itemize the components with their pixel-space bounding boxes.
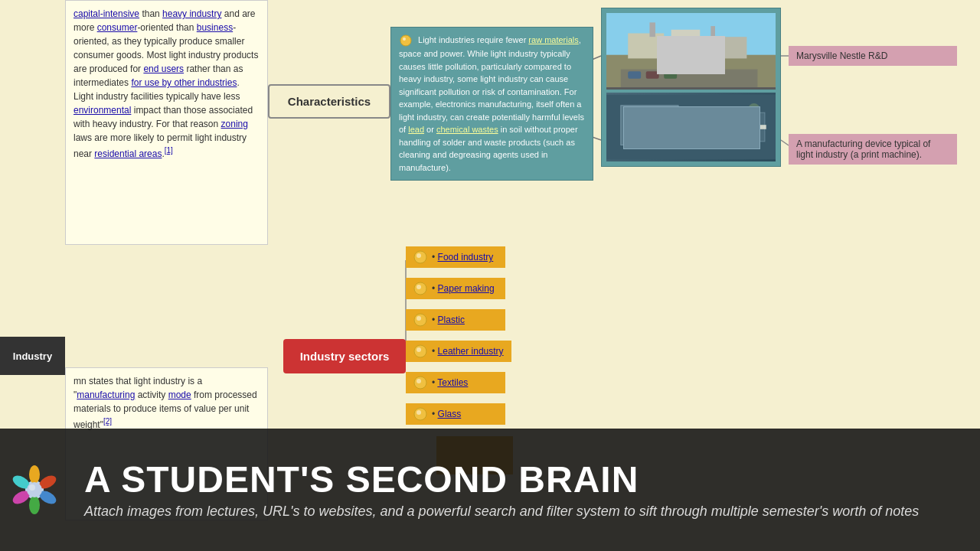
svg-point-59 bbox=[29, 496, 40, 514]
sector-dot-glass bbox=[413, 407, 427, 421]
svg-rect-32 bbox=[685, 112, 764, 142]
svg-rect-22 bbox=[710, 26, 715, 39]
sector-dot-textiles bbox=[413, 376, 427, 390]
sidebar-tab[interactable]: Industry bbox=[0, 337, 65, 375]
left-text-panel: capital-intensive than heavy industry an… bbox=[65, 0, 268, 245]
teal-box-bullet-icon bbox=[399, 34, 413, 47]
svg-point-62 bbox=[27, 482, 42, 497]
svg-point-35 bbox=[734, 119, 752, 136]
svg-point-33 bbox=[691, 119, 709, 136]
svg-rect-31 bbox=[625, 109, 675, 130]
svg-rect-25 bbox=[621, 70, 758, 88]
logo-icon bbox=[8, 463, 61, 517]
bottom-overlay: A STUDENT'S SECOND BRAIN Attach images f… bbox=[0, 429, 980, 551]
sector-plastic-label: • Plastic bbox=[432, 315, 465, 325]
textiles-link[interactable]: Textiles bbox=[437, 377, 468, 388]
sector-leather-label: • Leather industry bbox=[432, 346, 504, 357]
svg-point-39 bbox=[642, 111, 646, 116]
raw-materials-link[interactable]: raw materials bbox=[528, 35, 578, 44]
industry-sectors-node[interactable]: Industry sectors bbox=[283, 339, 406, 373]
leather-industry-link[interactable]: Leather industry bbox=[438, 346, 504, 357]
svg-rect-37 bbox=[628, 110, 671, 116]
image-panel: NESTLE bbox=[601, 8, 781, 167]
manufacturing-link[interactable]: manufacturing bbox=[77, 390, 135, 400]
consumer-link[interactable]: consumer bbox=[97, 22, 138, 33]
sidebar-tab-label: Industry bbox=[13, 350, 52, 362]
business-link[interactable]: business bbox=[197, 22, 233, 33]
characteristics-label: Characteristics bbox=[288, 95, 371, 108]
svg-rect-28 bbox=[664, 71, 677, 78]
svg-rect-26 bbox=[628, 71, 641, 78]
environmental-link[interactable]: environmental bbox=[74, 105, 131, 116]
overlay-text-area: A STUDENT'S SECOND BRAIN Attach images f… bbox=[84, 460, 919, 520]
svg-rect-19 bbox=[671, 30, 701, 59]
svg-point-52 bbox=[416, 379, 421, 383]
sector-leather[interactable]: • Leather industry bbox=[406, 341, 511, 362]
sector-textiles[interactable]: • Textiles bbox=[406, 372, 505, 393]
footnote-2-link[interactable]: [2] bbox=[103, 417, 112, 425]
svg-line-5 bbox=[781, 140, 789, 145]
sector-dot-plastic bbox=[413, 313, 427, 327]
end-users-link[interactable]: end users bbox=[143, 64, 184, 74]
machine-label: A manufacturing device typical of light … bbox=[789, 134, 957, 165]
industry-sectors-label: Industry sectors bbox=[300, 350, 390, 363]
svg-rect-42 bbox=[750, 116, 758, 131]
for-use-link[interactable]: for use by other industries bbox=[131, 77, 237, 88]
footnote-1-link[interactable]: [1] bbox=[165, 146, 173, 155]
food-industry-link[interactable]: Food industry bbox=[438, 252, 494, 262]
sector-textiles-label: • Textiles bbox=[432, 377, 468, 388]
sector-food-industry[interactable]: • Food industry bbox=[406, 246, 505, 268]
sector-paper-making[interactable]: • Paper making bbox=[406, 278, 505, 299]
svg-point-40 bbox=[650, 111, 655, 116]
sector-dot-leather bbox=[413, 344, 427, 358]
svg-rect-29 bbox=[606, 95, 776, 160]
svg-rect-20 bbox=[707, 37, 747, 58]
capital-intensive-link[interactable]: capital-intensive bbox=[74, 8, 139, 19]
sector-dot-paper bbox=[413, 282, 427, 295]
logo-area bbox=[8, 463, 69, 517]
svg-point-14 bbox=[400, 35, 411, 46]
svg-rect-18 bbox=[628, 33, 664, 58]
chemical-wastes-link[interactable]: chemical wastes bbox=[436, 125, 498, 134]
svg-point-34 bbox=[713, 119, 730, 136]
sector-glass-label: • Glass bbox=[432, 409, 461, 419]
residential-link[interactable]: residential areas bbox=[94, 148, 162, 159]
svg-point-41 bbox=[748, 103, 760, 115]
svg-text:NESTLE: NESTLE bbox=[679, 44, 699, 49]
svg-point-48 bbox=[416, 316, 421, 321]
sector-paper-label: • Paper making bbox=[432, 283, 495, 294]
svg-rect-21 bbox=[649, 22, 655, 37]
svg-point-56 bbox=[29, 465, 40, 484]
svg-point-54 bbox=[416, 410, 421, 415]
characteristics-teal-box: Light industries require fewer raw mater… bbox=[390, 27, 593, 181]
machine-image bbox=[606, 93, 776, 161]
sector-dot-food bbox=[413, 250, 427, 264]
characteristics-node[interactable]: Characteristics bbox=[268, 84, 390, 119]
svg-point-15 bbox=[403, 37, 406, 41]
heavy-industry-link[interactable]: heavy industry bbox=[162, 8, 221, 19]
machine-image-visual bbox=[606, 93, 776, 161]
zoning-link[interactable]: zoning bbox=[221, 119, 248, 129]
svg-point-46 bbox=[416, 285, 421, 289]
factory-image: NESTLE bbox=[606, 13, 776, 90]
svg-rect-36 bbox=[684, 125, 766, 129]
overlay-subtitle: Attach images from lectures, URL's to we… bbox=[84, 504, 919, 520]
sector-food-label: • Food industry bbox=[432, 252, 493, 262]
glass-link[interactable]: Glass bbox=[438, 409, 462, 419]
overlay-title: A STUDENT'S SECOND BRAIN bbox=[84, 460, 919, 500]
svg-point-38 bbox=[633, 111, 638, 116]
svg-point-44 bbox=[416, 253, 421, 258]
paper-making-link[interactable]: Paper making bbox=[438, 283, 495, 294]
svg-rect-23 bbox=[664, 41, 714, 51]
teal-box-text: Light industries require fewer raw mater… bbox=[399, 35, 584, 172]
lead-link[interactable]: lead bbox=[408, 125, 424, 134]
nestle-label-text: Marysville Nestle R&D bbox=[796, 51, 887, 61]
mode-link[interactable]: mode bbox=[168, 390, 191, 400]
svg-point-63 bbox=[29, 484, 35, 491]
sector-plastic[interactable]: • Plastic bbox=[406, 309, 505, 331]
sector-glass[interactable]: • Glass bbox=[406, 403, 505, 425]
svg-rect-27 bbox=[646, 71, 659, 78]
plastic-link[interactable]: Plastic bbox=[438, 315, 465, 325]
factory-image-visual: NESTLE bbox=[606, 13, 776, 90]
svg-point-50 bbox=[416, 347, 421, 352]
